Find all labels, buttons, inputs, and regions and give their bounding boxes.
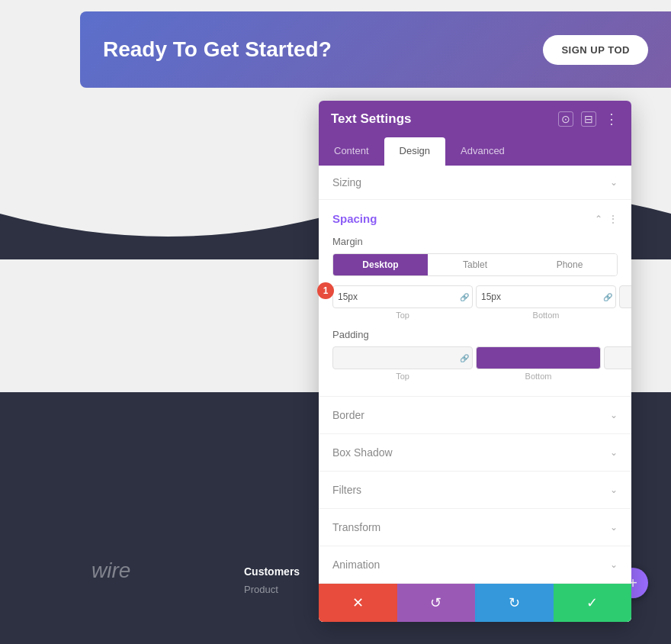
sizing-label: Sizing (332, 176, 361, 188)
redo-button[interactable]: ↻ (475, 584, 554, 622)
more-icon[interactable]: ⋮ (604, 111, 619, 127)
padding-left-group: 🔗 Left (604, 346, 631, 381)
hero-banner: Ready To Get Started? SIGN UP TOD (80, 11, 671, 88)
padding-top-input[interactable] (333, 353, 457, 363)
animation-chevron: ⌄ (610, 559, 618, 570)
margin-top-link-icon[interactable]: 🔗 (457, 293, 472, 301)
device-tabs: Desktop Tablet Phone (332, 253, 618, 276)
step-badge: 1 (317, 282, 334, 299)
border-label: Border (332, 409, 364, 421)
border-chevron: ⌄ (610, 410, 618, 420)
transform-section[interactable]: Transform ⌄ (319, 509, 631, 546)
margin-bottom-input[interactable] (477, 291, 600, 302)
spacing-collapse-icon[interactable]: ⌃ (595, 214, 602, 224)
filters-label: Filters (332, 484, 361, 496)
margin-top-input[interactable] (333, 291, 457, 302)
box-shadow-section[interactable]: Box Shadow ⌄ (319, 434, 631, 472)
padding-bottom-label: Bottom (525, 372, 552, 381)
margin-inputs-row1: 🔗 Top 🔗 Bottom 🔗 Left (332, 285, 618, 320)
filters-section[interactable]: Filters ⌄ (319, 472, 631, 509)
sizing-chevron: ⌄ (610, 177, 618, 188)
panel-title: Text Settings (331, 111, 411, 127)
confirm-icon: ✓ (586, 594, 598, 611)
device-tab-phone[interactable]: Phone (522, 254, 617, 275)
cancel-icon: ✕ (352, 594, 364, 611)
device-tab-tablet[interactable]: Tablet (428, 254, 522, 275)
padding-top-wrapper: 🔗 (332, 346, 473, 369)
padding-left-wrapper: 🔗 (604, 346, 631, 369)
footer-logo: wire (92, 559, 130, 583)
margin-left-input[interactable] (620, 291, 631, 302)
spacing-header: Spacing ⌃ ⋮ (332, 212, 618, 225)
padding-bottom-wrapper (476, 346, 601, 369)
padding-top-link-icon[interactable]: 🔗 (457, 354, 472, 362)
footer-col-item: Product (244, 584, 300, 595)
panel-tabs: Content Design Advanced (319, 137, 631, 166)
spacing-header-icons: ⌃ ⋮ (595, 214, 618, 224)
panel-header: Text Settings ⊙ ⊟ ⋮ (319, 101, 631, 137)
confirm-button[interactable]: ✓ (554, 584, 632, 622)
undo-button[interactable]: ↺ (397, 584, 476, 622)
footer-col-title: Customers (244, 565, 300, 578)
margin-top-wrapper: 🔗 (332, 285, 473, 308)
margin-top-label: Top (396, 311, 409, 320)
redo-icon: ↻ (509, 594, 520, 611)
spacing-section: Spacing ⌃ ⋮ Margin Desktop Tablet Phone (319, 200, 631, 397)
tab-advanced[interactable]: Advanced (445, 137, 520, 166)
split-icon[interactable]: ⊟ (581, 111, 596, 127)
margin-top-group: 🔗 Top (332, 285, 473, 320)
box-shadow-chevron: ⌄ (610, 447, 618, 458)
cancel-button[interactable]: ✕ (319, 584, 397, 622)
animation-label: Animation (332, 559, 380, 571)
box-shadow-label: Box Shadow (332, 446, 393, 459)
sizing-section[interactable]: Sizing ⌄ (319, 166, 631, 200)
margin-bottom-wrapper: 🔗 (476, 285, 616, 308)
transform-chevron: ⌄ (610, 522, 618, 533)
margin-left-group: 🔗 Left (619, 285, 631, 320)
tab-design[interactable]: Design (384, 137, 445, 166)
margin-bottom-group: 🔗 Bottom (476, 285, 616, 320)
margin-label: Margin (332, 236, 618, 247)
margin-left-wrapper: 🔗 (619, 285, 631, 308)
animation-section[interactable]: Animation ⌄ (319, 546, 631, 584)
padding-bottom-group: Bottom (476, 346, 601, 381)
transform-label: Transform (332, 521, 380, 533)
text-settings-panel: Text Settings ⊙ ⊟ ⋮ Content Design Advan… (319, 101, 631, 622)
spacing-title: Spacing (332, 212, 377, 225)
undo-icon: ↺ (430, 594, 441, 611)
padding-top-group: 🔗 Top (332, 346, 473, 381)
hero-title: Ready To Get Started? (103, 37, 332, 62)
signup-button[interactable]: SIGN UP TOD (543, 35, 648, 65)
device-tab-desktop[interactable]: Desktop (333, 254, 428, 275)
focus-icon[interactable]: ⊙ (558, 111, 573, 127)
padding-inputs: 🔗 Top Bottom 🔗 (332, 346, 618, 381)
tab-content[interactable]: Content (319, 137, 384, 166)
padding-top-label: Top (396, 372, 409, 381)
spacing-more-icon[interactable]: ⋮ (608, 214, 618, 224)
border-section[interactable]: Border ⌄ (319, 397, 631, 434)
padding-section: Padding 🔗 Top Bottom (332, 329, 618, 381)
padding-label: Padding (332, 329, 618, 340)
panel-body: Sizing ⌄ Spacing ⌃ ⋮ Margin Desktop Tabl… (319, 166, 631, 622)
margin-bottom-label: Bottom (533, 311, 560, 320)
bottom-toolbar: ✕ ↺ ↻ ✓ (319, 584, 631, 622)
panel-header-icons: ⊙ ⊟ ⋮ (558, 111, 619, 127)
filters-chevron: ⌄ (610, 485, 618, 495)
padding-bottom-input[interactable] (477, 353, 600, 363)
footer-column: Customers Product (244, 565, 300, 598)
padding-left-input[interactable] (605, 353, 631, 363)
margin-bottom-link-icon[interactable]: 🔗 (600, 293, 615, 301)
